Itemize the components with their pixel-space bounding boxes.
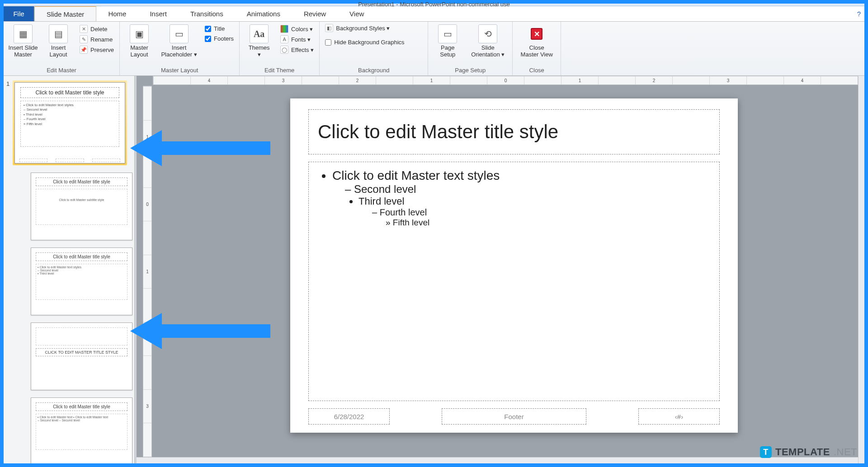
group-close: ✕ Close Master View Close [513,22,561,75]
ribbon-tabs: File Slide Master Home Insert Transition… [4,6,864,22]
footer-placeholder[interactable]: Footer [442,408,586,425]
annotation-arrow [130,311,270,351]
colors-button[interactable]: Colors ▾ [278,24,316,33]
insert-slide-master-button[interactable]: ▦ Insert Slide Master [7,23,39,58]
window-title: Presentation1 - Microsoft PowerPoint non… [358,1,509,8]
thumb-body: • Click to edit Master text styles – Sec… [20,101,119,147]
bg-styles-icon: ◧ [325,24,333,32]
fonts-icon: A [280,35,288,43]
group-edit-theme: Aa Themes ▾ Colors ▾ AFonts ▾ ◯Effects ▾… [240,22,320,75]
body-placeholder[interactable]: Click to edit Master text styles Second … [308,162,720,401]
body-level-3: Third level [359,196,708,207]
insert-placeholder-button[interactable]: ▭ Insert Placeholder ▾ [159,23,199,58]
delete-icon: ✕ [80,25,88,33]
layout-thumbnail[interactable]: Click to edit Master title style • Click… [31,397,132,463]
date-placeholder[interactable]: 6/28/2022 [308,408,390,425]
thumbnail-pane[interactable]: 1 Click to edit Master title style • Cli… [4,76,135,463]
slide-canvas[interactable]: Click to edit Master title style Click t… [290,98,738,433]
layout-thumbnail[interactable]: Click to edit Master title style Click t… [31,173,132,240]
slide-orientation-button[interactable]: ⟲ Slide Orientation ▾ [467,23,509,58]
layout-thumbnail[interactable]: CLICK TO EDIT MASTER TITLE STYLE [31,322,132,390]
tab-insert[interactable]: Insert [138,6,179,21]
tab-animations[interactable]: Animations [235,6,292,21]
title-text: Click to edit Master title style [318,121,558,143]
thumb-title: Click to edit Master title style [20,87,119,98]
close-icon: ✕ [527,24,546,43]
layout-thumbnails: Click to edit Master title style Click t… [31,173,132,463]
group-label: Edit Master [7,66,116,75]
horizontal-scrollbar[interactable] [137,457,858,463]
svg-marker-1 [130,313,270,349]
group-label: Page Setup [432,66,509,75]
colors-icon [280,25,288,33]
vertical-scrollbar[interactable] [858,76,864,463]
group-page-setup: ▭ Page Setup ⟲ Slide Orientation ▾ Page … [428,22,513,75]
group-label: Background [323,66,424,75]
insert-layout-button[interactable]: ▤ Insert Layout [42,23,74,58]
themes-button[interactable]: Aa Themes ▾ [243,23,275,58]
tab-file[interactable]: File [4,6,34,21]
page-setup-button[interactable]: ▭ Page Setup [432,23,463,58]
body-level-1: Click to edit Master text styles [332,168,708,183]
help-icon[interactable]: ? [854,6,864,21]
slide-master-icon: ▦ [14,24,33,43]
tab-home[interactable]: Home [96,6,138,21]
group-background: ◧Background Styles ▾ Hide Background Gra… [320,22,428,75]
themes-icon: Aa [250,24,269,43]
watermark-brand: TEMPLATE [775,446,830,458]
orientation-icon: ⟲ [478,24,497,43]
placeholder-icon: ▭ [170,24,189,43]
effects-icon: ◯ [280,46,288,54]
body-level-5: Fifth level [386,218,708,228]
footers-checkbox[interactable]: Footers [203,34,236,43]
delete-button[interactable]: ✕Delete [78,24,116,33]
group-label: Close [516,66,557,75]
layout-thumbnail[interactable]: Click to edit Master title style • Click… [31,248,132,315]
slide-number-placeholder[interactable]: ‹#› [638,408,720,425]
thumb-number: 1 [6,80,9,87]
window-titlebar: Presentation1 - Microsoft PowerPoint non… [4,4,864,6]
horizontal-ruler[interactable]: 4 3 2 1 0 1 2 3 4 [153,76,858,85]
body-level-4: Fourth level [372,207,708,218]
rename-button[interactable]: ✎Rename [78,35,116,44]
effects-button[interactable]: ◯Effects ▾ [278,45,316,54]
watermark-suffix: .NET [834,446,857,458]
tab-review[interactable]: Review [292,6,338,21]
preserve-button[interactable]: 📌Preserve [78,45,116,54]
watermark: T TEMPLATE.NET [760,446,857,458]
tab-slide-master[interactable]: Slide Master [34,6,96,21]
preserve-icon: 📌 [80,46,88,54]
close-master-view-button[interactable]: ✕ Close Master View [516,23,557,58]
background-styles-button[interactable]: ◧Background Styles ▾ [323,23,392,33]
group-label: Edit Theme [243,66,316,75]
title-checkbox[interactable]: Title [203,24,236,33]
tab-view[interactable]: View [338,6,376,21]
rename-icon: ✎ [80,35,88,43]
master-layout-button[interactable]: ▣ Master Layout [123,23,155,58]
watermark-badge-icon: T [760,446,772,458]
master-layout-icon: ▣ [130,24,149,43]
slide-master-thumbnail[interactable]: 1 Click to edit Master title style • Cli… [13,80,127,165]
body-level-2: Second level [345,183,708,196]
page-setup-icon: ▭ [438,24,457,43]
fonts-button[interactable]: AFonts ▾ [278,35,316,44]
annotation-arrow [130,128,270,168]
hide-bg-checkbox[interactable]: Hide Background Graphics [323,38,406,47]
layout-icon: ▤ [49,24,68,43]
group-edit-master: ▦ Insert Slide Master ▤ Insert Layout ✕D… [4,22,120,75]
tab-transitions[interactable]: Transitions [179,6,235,21]
group-master-layout: ▣ Master Layout ▭ Insert Placeholder ▾ T… [120,22,240,75]
group-label: Master Layout [123,66,236,75]
title-placeholder[interactable]: Click to edit Master title style [308,109,720,154]
ribbon: ▦ Insert Slide Master ▤ Insert Layout ✕D… [4,22,864,76]
svg-marker-0 [130,130,270,166]
